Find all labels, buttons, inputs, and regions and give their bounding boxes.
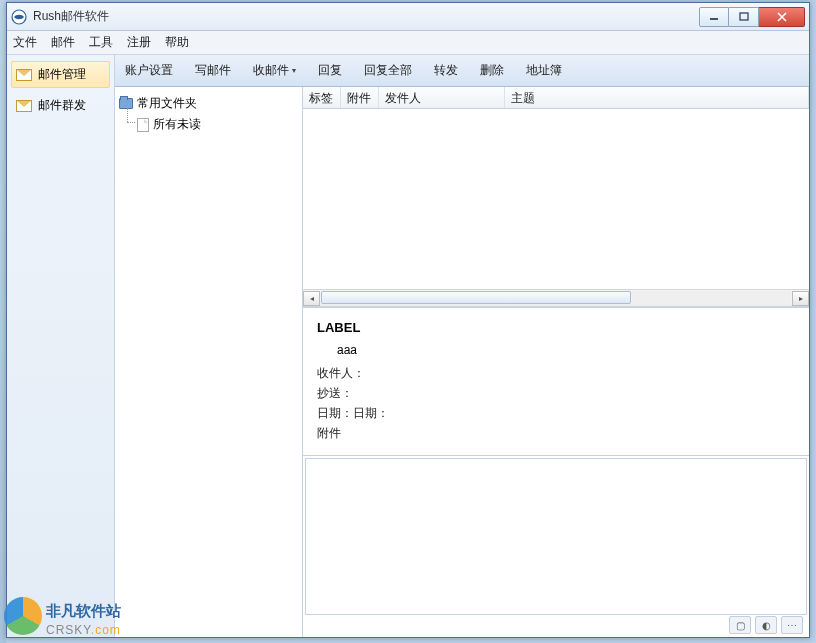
minimize-button[interactable] [699,7,729,27]
main-pane: 标签 附件 发件人 主题 ◂ ▸ [303,87,809,637]
message-list: 标签 附件 发件人 主题 ◂ ▸ [303,87,809,307]
tb-delete[interactable]: 删除 [480,62,504,79]
status-btn-2[interactable]: ◐ [755,616,777,634]
scroll-right-button[interactable]: ▸ [792,291,809,306]
mail-icon [16,69,32,81]
tb-forward[interactable]: 转发 [434,62,458,79]
col-attachment[interactable]: 附件 [341,87,379,108]
horizontal-scrollbar[interactable]: ◂ ▸ [303,289,809,306]
folder-icon [119,98,133,109]
window-title: Rush邮件软件 [33,8,699,25]
titlebar[interactable]: Rush邮件软件 [7,3,809,31]
menu-file[interactable]: 文件 [13,34,37,51]
menu-mail[interactable]: 邮件 [51,34,75,51]
page-icon [137,118,149,132]
status-btn-3[interactable]: ⋯ [781,616,803,634]
svg-rect-1 [710,18,718,20]
preview-body[interactable] [305,458,807,615]
svg-rect-2 [740,13,748,20]
tree-child-unread[interactable]: 所有未读 [119,114,298,135]
tree-root-label: 常用文件夹 [137,95,197,112]
nav-mail-manage[interactable]: 邮件管理 [11,61,110,88]
scroll-track[interactable] [321,291,791,306]
maximize-icon [739,12,749,22]
close-button[interactable] [759,7,805,27]
app-icon [11,9,27,25]
menu-help[interactable]: 帮助 [165,34,189,51]
preview-label: LABEL [317,320,795,335]
maximize-button[interactable] [729,7,759,27]
col-sender[interactable]: 发件人 [379,87,505,108]
preview-to: 收件人： [317,365,795,382]
preview-attach: 附件 [317,425,795,442]
preview-header: LABEL aaa 收件人： 抄送： 日期：日期： 附件 [303,308,809,456]
menu-tools[interactable]: 工具 [89,34,113,51]
left-nav-panel: 邮件管理 邮件群发 [7,55,115,637]
app-window: Rush邮件软件 文件 邮件 工具 注册 帮助 邮件管理 邮件群发 账户设置 [6,2,810,638]
nav-label: 邮件群发 [38,97,86,114]
right-area: 账户设置 写邮件 收邮件▾ 回复 回复全部 转发 删除 地址簿 常用文件夹 [115,55,809,637]
tree-root[interactable]: 常用文件夹 [119,93,298,114]
content-split: 常用文件夹 所有未读 标签 附件 发件人 主题 [115,87,809,637]
col-subject[interactable]: 主题 [505,87,809,108]
tb-account-settings[interactable]: 账户设置 [125,62,173,79]
close-icon [776,12,788,22]
preview-pane: LABEL aaa 收件人： 抄送： 日期：日期： 附件 [303,307,809,637]
window-controls [699,7,805,27]
scroll-left-button[interactable]: ◂ [303,291,320,306]
tree-child-label: 所有未读 [153,116,201,133]
tb-compose[interactable]: 写邮件 [195,62,231,79]
client-area: 邮件管理 邮件群发 账户设置 写邮件 收邮件▾ 回复 回复全部 转发 删除 地址… [7,55,809,637]
folder-tree: 常用文件夹 所有未读 [115,87,303,637]
menubar: 文件 邮件 工具 注册 帮助 [7,31,809,55]
preview-sub: aaa [317,343,795,357]
chevron-down-icon: ▾ [292,66,296,75]
statusbar: ▢ ◐ ⋯ [729,615,803,635]
scroll-thumb[interactable] [321,291,631,304]
tb-reply[interactable]: 回复 [318,62,342,79]
status-btn-1[interactable]: ▢ [729,616,751,634]
toolbar: 账户设置 写邮件 收邮件▾ 回复 回复全部 转发 删除 地址簿 [115,55,809,87]
tb-address-book[interactable]: 地址簿 [526,62,562,79]
tb-reply-all[interactable]: 回复全部 [364,62,412,79]
list-body[interactable] [303,109,809,289]
list-header: 标签 附件 发件人 主题 [303,87,809,109]
menu-register[interactable]: 注册 [127,34,151,51]
nav-label: 邮件管理 [38,66,86,83]
preview-cc: 抄送： [317,385,795,402]
col-tag[interactable]: 标签 [303,87,341,108]
preview-date: 日期：日期： [317,405,795,422]
tb-receive[interactable]: 收邮件▾ [253,62,296,79]
minimize-icon [709,12,719,22]
nav-mail-bulk[interactable]: 邮件群发 [11,92,110,119]
tb-receive-label: 收邮件 [253,62,289,79]
mail-icon [16,100,32,112]
